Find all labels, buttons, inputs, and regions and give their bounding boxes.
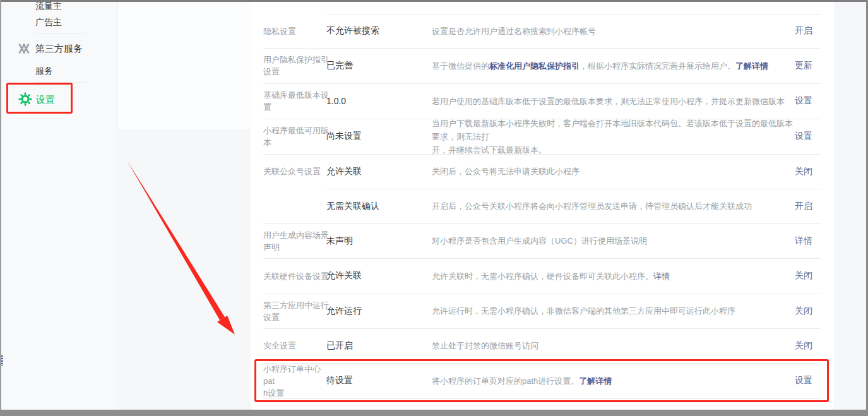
setting-description-cell: 开启后，公众号关联小程序将会向小程序管理员发送申请，待管理员确认后才能关联成功 (432, 189, 795, 223)
table-row-1: 用户隐私保护指引 设置已完善基于微信提供的标准化用户隐私保护指引，根据小程序实际… (251, 48, 834, 83)
setting-description-cell: 基于微信提供的标准化用户隐私保护指引，根据小程序实际情况完善并展示给用户。了解详… (432, 48, 795, 83)
action-cell: 设置 (759, 83, 812, 119)
action-cell: 详情 (759, 223, 812, 258)
setting-value: 允许关联 (326, 154, 429, 189)
setting-value: 不允许被搜索 (326, 14, 429, 48)
action-cell: 关闭 (759, 328, 812, 363)
table-row-3: 小程序最低可用版 本尚未设置当用户下载最新版本小程序失败时，客户端会打开本地旧版… (251, 119, 834, 154)
setting-label: 用户生成内容场景 声明 (263, 223, 329, 258)
sidebar-item-3[interactable]: 服务 (35, 66, 53, 77)
settings-table-card: 隐私设置不允许被搜索设置是否允许用户通过名称搜索到小程序帐号开启用户隐私保护指引… (251, 0, 834, 410)
setting-label: 小程序订单中心pat h设置 (263, 363, 329, 398)
sidebar-divider-vertical (117, 2, 118, 129)
annotation-arrow (120, 152, 246, 344)
setting-description: 基于微信提供的 (432, 61, 489, 71)
action-link-1[interactable]: 更新 (795, 60, 812, 71)
setting-value: 无需关联确认 (326, 189, 429, 223)
third-party-icon (17, 42, 31, 58)
setting-description: 将小程序的订单页对应的path进行设置。 (432, 376, 579, 386)
table-row-2: 基础库最低版本设 置1.0.0若用户使用的基础库版本低于设置的最低版本要求，则无… (251, 83, 834, 119)
action-cell: 更新 (759, 48, 812, 83)
table-row-7: 关联硬件设备设置允许关联允许关联时，无需小程序确认，硬件设备即可关联此小程序。详… (251, 258, 834, 294)
action-cell: 关闭 (759, 154, 812, 189)
setting-description-cell: 禁止处于封禁的微信账号访问 (432, 328, 795, 363)
sidebar-divider (35, 33, 86, 34)
setting-label: 基础库最低版本设 置 (263, 83, 329, 119)
setting-description: 开启后，公众号关联小程序将会向小程序管理员发送申请，待管理员确认后才能关联成功 (432, 201, 752, 211)
inline-link[interactable]: 标准化用户隐私保护指引 (489, 61, 580, 71)
setting-description: 若用户使用的基础库版本低于设置的最低版本要求，则无法正常使用小程序，并提示更新微… (432, 97, 785, 106)
table-row-10: 小程序订单中心pat h设置待设置将小程序的订单页对应的path进行设置。了解详… (251, 363, 834, 398)
sidebar-item-0[interactable]: 流量主 (35, 1, 62, 12)
sidebar-divider (35, 82, 86, 83)
table-row-6: 用户生成内容场景 声明未声明对小程序是否包含用户生成内容（UGC）进行使用场景说… (251, 223, 834, 258)
setting-label: 小程序最低可用版 本 (263, 119, 329, 154)
setting-value: 已开启 (326, 328, 429, 363)
setting-value: 尚未设置 (326, 119, 429, 154)
setting-label: 安全设置 (263, 328, 329, 363)
action-link-7[interactable]: 关闭 (795, 270, 812, 282)
sidebar-item-1[interactable]: 广告主 (35, 17, 62, 28)
setting-label: 隐私设置 (263, 14, 329, 48)
setting-value: 允许关联 (326, 258, 429, 294)
window-border-bottom (0, 410, 868, 416)
setting-description-cell: 设置是否允许用户通过名称搜索到小程序帐号 (432, 14, 795, 48)
action-link-4[interactable]: 关闭 (795, 166, 812, 177)
action-cell: 关闭 (759, 258, 812, 294)
setting-value: 允许运行 (326, 294, 429, 328)
sidebar: 流量主广告主第三方服务服务设置 (0, 0, 117, 410)
setting-description: 允许运行时，无需小程序确认，非微信客户端的其他第三方应用中即可运行此小程序 (432, 306, 735, 316)
setting-description: 禁止处于封禁的微信账号访问 (432, 341, 538, 350)
setting-description: ，根据小程序实际情况完善并展示给用户。 (580, 61, 735, 71)
action-link-0[interactable]: 开启 (795, 25, 812, 37)
setting-label: 用户隐私保护指引 设置 (263, 48, 329, 83)
table-divider (263, 398, 821, 399)
setting-value: 1.0.0 (326, 83, 429, 119)
wechat-miniprogram-settings-page: 流量主广告主第三方服务服务设置 隐私设置不允许被搜索设置是否允许用户通过名称搜索… (0, 0, 868, 416)
action-cell: 关闭 (759, 294, 812, 328)
setting-description-cell: 允许运行时，无需小程序确认，非微信客户端的其他第三方应用中即可运行此小程序 (432, 294, 795, 328)
table-row-9: 安全设置已开启禁止处于封禁的微信账号访问关闭 (251, 328, 834, 363)
table-row-8: 第三方应用中运行 设置允许运行允许运行时，无需小程序确认，非微信客户端的其他第三… (251, 294, 834, 328)
sidebar-item-4[interactable]: 设置 (36, 94, 55, 106)
setting-description: 关闭后，公众号将无法申请关联此小程序 (432, 167, 580, 176)
setting-description-cell: 关闭后，公众号将无法申请关联此小程序 (432, 154, 795, 189)
setting-description: 设置是否允许用户通过名称搜索到小程序帐号 (432, 27, 596, 36)
gear-icon (18, 92, 32, 109)
action-link-2[interactable]: 设置 (795, 95, 812, 107)
setting-description-cell: 对小程序是否包含用户生成内容（UGC）进行使用场景说明 (432, 223, 795, 258)
setting-description-cell: 允许关联时，无需小程序确认，硬件设备即可关联此小程序。详情 (432, 258, 795, 294)
setting-label: 第三方应用中运行 设置 (263, 294, 329, 328)
action-link-3[interactable]: 设置 (795, 131, 812, 142)
setting-description-cell: 若用户使用的基础库版本低于设置的最低版本要求，则无法正常使用小程序，并提示更新微… (432, 83, 795, 119)
setting-value: 未声明 (326, 223, 429, 258)
page-right-gutter (834, 2, 866, 410)
setting-description: 当用户下载最新版本小程序失败时，客户端会打开本地旧版本代码包。若该版本低于设置的… (432, 119, 793, 155)
setting-description-cell: 当用户下载最新版本小程序失败时，客户端会打开本地旧版本代码包。若该版本低于设置的… (432, 119, 795, 154)
table-row-4: 关联公众号设置允许关联关闭后，公众号将无法申请关联此小程序关闭 (251, 154, 834, 189)
action-link-8[interactable]: 关闭 (795, 306, 812, 317)
setting-description: 对小程序是否包含用户生成内容（UGC）进行使用场景说明 (432, 236, 647, 246)
inline-link[interactable]: 了解详情 (579, 376, 612, 386)
setting-label (263, 189, 329, 223)
table-row-0: 隐私设置不允许被搜索设置是否允许用户通过名称搜索到小程序帐号开启 (251, 14, 834, 48)
inline-link[interactable]: 详情 (653, 271, 670, 281)
setting-value: 已完善 (326, 48, 429, 83)
sidebar-subpanel (118, 2, 251, 129)
clipped-edge-widget (1, 355, 3, 366)
action-link-6[interactable]: 详情 (795, 235, 812, 247)
action-cell: 开启 (759, 189, 812, 223)
action-link-9[interactable]: 关闭 (795, 340, 812, 352)
action-cell: 设置 (759, 363, 812, 398)
sidebar-item-2[interactable]: 第三方服务 (35, 43, 83, 55)
window-border-top (0, 0, 868, 2)
setting-label: 关联公众号设置 (263, 154, 329, 189)
table-row-5: 无需关联确认开启后，公众号关联小程序将会向小程序管理员发送申请，待管理员确认后才… (251, 189, 834, 223)
action-cell: 开启 (759, 14, 812, 48)
window-border-left (0, 0, 1, 416)
setting-value: 待设置 (326, 363, 429, 398)
setting-description: 允许关联时，无需小程序确认，硬件设备即可关联此小程序。 (432, 271, 653, 281)
action-link-5[interactable]: 开启 (795, 201, 812, 212)
action-cell: 设置 (759, 119, 812, 154)
action-link-10[interactable]: 设置 (795, 375, 812, 386)
